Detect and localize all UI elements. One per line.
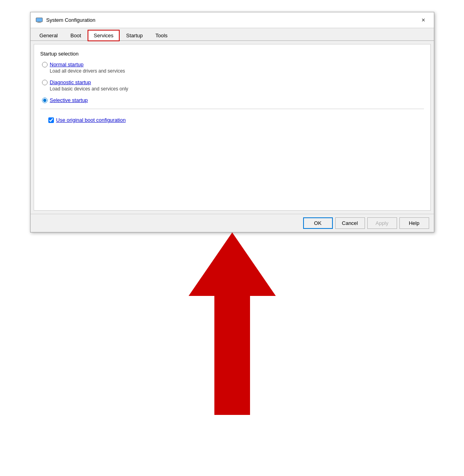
- svg-marker-3: [189, 232, 276, 415]
- cancel-button[interactable]: Cancel: [335, 217, 365, 229]
- red-arrow: [189, 232, 276, 415]
- radio-label-diagnostic[interactable]: Diagnostic startup: [50, 79, 91, 85]
- svg-rect-2: [37, 22, 41, 23]
- arrow-container: [30, 232, 434, 415]
- radio-item-selective: Selective startup: [42, 97, 424, 103]
- help-button[interactable]: Help: [399, 217, 429, 229]
- system-config-window: System Configuration × General Boot Serv…: [30, 12, 434, 232]
- content-divider: [40, 109, 424, 109]
- radio-desc-normal: Load all device drivers and services: [50, 68, 424, 74]
- title-bar-left: System Configuration: [35, 17, 95, 23]
- radio-desc-diagnostic: Load basic devices and services only: [50, 86, 424, 92]
- checkbox-area: Use original boot configuration: [48, 117, 424, 123]
- radio-label-selective[interactable]: Selective startup: [50, 97, 88, 103]
- tab-bar: General Boot Services Startup Tools: [31, 28, 434, 41]
- checkbox-boot-config[interactable]: [48, 117, 54, 123]
- radio-row-selective: Selective startup: [42, 97, 424, 103]
- radio-diagnostic[interactable]: [42, 80, 48, 85]
- tab-tools[interactable]: Tools: [149, 30, 173, 41]
- tab-general[interactable]: General: [34, 30, 64, 41]
- radio-normal[interactable]: [42, 62, 48, 67]
- tab-boot[interactable]: Boot: [65, 30, 87, 41]
- page-wrapper: System Configuration × General Boot Serv…: [12, 12, 452, 415]
- title-bar: System Configuration ×: [31, 12, 434, 28]
- content-area: Startup selection Normal startup Load al…: [34, 44, 431, 211]
- svg-rect-1: [38, 22, 40, 23]
- radio-row-diagnostic: Diagnostic startup: [42, 79, 424, 85]
- tab-services[interactable]: Services: [88, 30, 120, 41]
- close-button[interactable]: ×: [418, 15, 429, 26]
- section-title: Startup selection: [40, 51, 424, 57]
- svg-rect-0: [36, 18, 42, 22]
- tab-startup[interactable]: Startup: [120, 30, 149, 41]
- radio-selective[interactable]: [42, 98, 48, 103]
- window-title: System Configuration: [46, 17, 95, 23]
- radio-group: Normal startup Load all device drivers a…: [42, 61, 424, 103]
- checkbox-label-boot-config[interactable]: Use original boot configuration: [56, 117, 126, 123]
- footer: OK Cancel Apply Help: [31, 214, 434, 232]
- radio-item-normal: Normal startup Load all device drivers a…: [42, 61, 424, 74]
- radio-row-normal: Normal startup: [42, 61, 424, 67]
- radio-label-normal[interactable]: Normal startup: [50, 61, 84, 67]
- computer-icon: [35, 17, 43, 23]
- ok-button[interactable]: OK: [303, 217, 333, 229]
- apply-button[interactable]: Apply: [367, 217, 397, 229]
- radio-item-diagnostic: Diagnostic startup Load basic devices an…: [42, 79, 424, 92]
